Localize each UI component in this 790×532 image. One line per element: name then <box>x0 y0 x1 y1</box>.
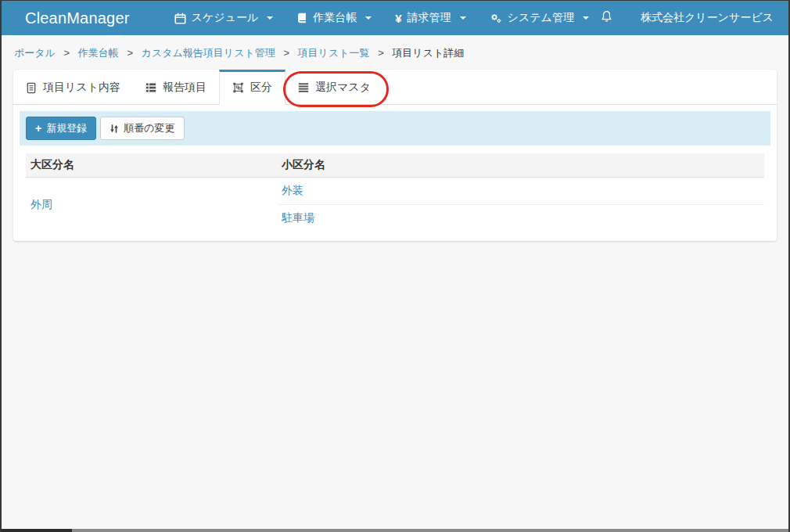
breadcrumb-link-work-ledger[interactable]: 作業台帳 <box>78 47 119 59</box>
nav-item-billing[interactable]: ¥ 請求管理 <box>383 1 477 35</box>
toolbar: + 新規登録 順番の変更 <box>20 111 770 146</box>
window-bottom-edge-segment <box>2 529 72 532</box>
plus-icon: + <box>35 123 41 134</box>
caret-down-icon <box>267 16 273 20</box>
tab-label: 報告項目 <box>163 81 206 95</box>
tab-label: 選択マスタ <box>315 81 371 95</box>
caret-down-icon <box>460 16 466 20</box>
tab-item-list-content[interactable]: 項目リスト内容 <box>13 70 133 104</box>
content-card: 項目リスト内容 報告項目 <box>13 70 777 241</box>
tab-label: 区分 <box>250 81 272 95</box>
navbar-right: 株式会社クリーンサービス <box>601 1 790 35</box>
gears-icon <box>490 13 502 24</box>
table-header-row: 大区分名 小区分名 <box>26 153 764 178</box>
breadcrumb-separator: > <box>283 47 289 59</box>
notifications-button[interactable] <box>601 10 612 26</box>
breadcrumb-separator: > <box>127 47 133 59</box>
object-group-icon <box>232 82 244 93</box>
calendar-icon <box>174 13 186 24</box>
breadcrumb: ポータル > 作業台帳 > カスタム報告項目リスト管理 > 項目リスト一覧 > … <box>2 35 788 70</box>
column-header-major-category: 大区分名 <box>26 153 277 178</box>
new-record-button[interactable]: + 新規登録 <box>26 117 96 140</box>
breadcrumb-link-item-list[interactable]: 項目リスト一覧 <box>298 47 370 59</box>
column-header-minor-category: 小区分名 <box>277 153 764 178</box>
window-bottom-edge <box>2 529 788 532</box>
bell-icon <box>601 10 612 26</box>
bars-icon <box>298 82 309 93</box>
breadcrumb-separator: > <box>378 47 384 59</box>
minor-category-cell: 駐車場 <box>277 205 764 232</box>
major-category-link[interactable]: 外周 <box>31 198 52 210</box>
sort-icon <box>110 124 119 134</box>
tab-selection-master[interactable]: 選択マスタ <box>285 70 383 104</box>
book-icon <box>296 13 307 23</box>
reorder-button-label: 順番の変更 <box>124 121 174 135</box>
tab-bar: 項目リスト内容 報告項目 <box>13 70 777 105</box>
category-table: 大区分名 小区分名 外周 外装 駐車場 <box>26 153 764 232</box>
breadcrumb-link-custom-report-list-mgmt[interactable]: カスタム報告項目リスト管理 <box>142 47 275 59</box>
nav-item-label: 請求管理 <box>408 11 451 25</box>
caret-down-icon <box>583 16 589 20</box>
nav-item-work-ledger[interactable]: 作業台帳 <box>285 1 383 35</box>
caret-down-icon <box>365 16 372 20</box>
navbar: CleanManager スケジュール 作業台帳 <box>2 1 788 35</box>
reorder-button[interactable]: 順番の変更 <box>100 117 184 140</box>
tab-report-items[interactable]: 報告項目 <box>133 70 219 104</box>
nav-item-label: スケジュール <box>192 11 259 25</box>
nav-item-label: 作業台帳 <box>313 11 357 25</box>
th-list-icon <box>145 82 156 93</box>
app-window: CleanManager スケジュール 作業台帳 <box>0 0 790 532</box>
minor-category-link[interactable]: 外装 <box>282 184 303 196</box>
minor-category-cell: 外装 <box>277 178 764 205</box>
breadcrumb-link-portal[interactable]: ポータル <box>14 47 56 59</box>
nav-item-schedule[interactable]: スケジュール <box>163 1 285 35</box>
nav-item-system-admin[interactable]: システム管理 <box>478 1 601 35</box>
tab-category[interactable]: 区分 <box>219 70 285 104</box>
account-menu[interactable]: 株式会社クリーンサービス <box>641 11 774 25</box>
yen-icon: ¥ <box>395 13 401 24</box>
major-category-cell: 外周 <box>26 178 277 232</box>
tab-label: 項目リスト内容 <box>43 81 120 95</box>
brand-logo[interactable]: CleanManager <box>2 9 152 27</box>
nav-item-label: システム管理 <box>508 11 574 25</box>
table-row: 外周 外装 <box>26 178 764 205</box>
breadcrumb-current-page: 項目リスト詳細 <box>392 47 464 59</box>
file-text-icon <box>26 82 37 94</box>
new-record-button-label: 新規登録 <box>46 121 87 135</box>
breadcrumb-separator: > <box>64 47 70 59</box>
minor-category-link[interactable]: 駐車場 <box>282 211 314 224</box>
